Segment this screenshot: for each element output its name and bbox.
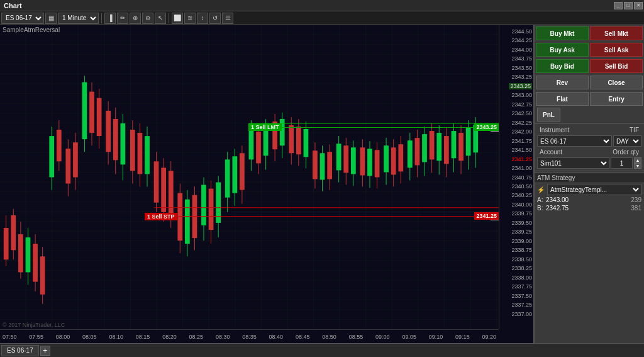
indicator-icon[interactable]: ≋	[184, 13, 196, 24]
buy-sell-row-3: Buy Bid Sell Bid	[535, 58, 644, 74]
time-0910: 09:10	[429, 334, 443, 340]
svg-rect-90	[336, 144, 341, 170]
price-2339-00: 2339.00	[511, 238, 532, 244]
price-2337-25: 2337.25	[511, 302, 532, 308]
separator-2	[169, 13, 169, 23]
qty-up-button[interactable]: ▲	[634, 157, 641, 163]
pnl-button[interactable]: PnL	[537, 108, 560, 122]
order-qty-input[interactable]: 1	[611, 157, 633, 169]
account-select[interactable]: Sim101	[537, 157, 609, 169]
svg-rect-110	[415, 138, 420, 165]
svg-rect-10	[18, 234, 23, 272]
pencil-icon[interactable]: ✏	[117, 13, 128, 24]
svg-rect-52	[185, 200, 190, 244]
zoom-out-icon[interactable]: ⊖	[142, 13, 153, 24]
tif-select[interactable]: DAY	[613, 135, 641, 147]
svg-rect-98	[367, 149, 372, 176]
buy-bid-button[interactable]: Buy Bid	[536, 59, 589, 73]
close-button[interactable]: Close	[590, 76, 643, 89]
time-0840: 08:40	[269, 334, 284, 340]
sell-mkt-button[interactable]: Sell Mkt	[590, 26, 643, 40]
time-0825: 08:25	[189, 334, 204, 340]
sell-bid-button[interactable]: Sell Bid	[590, 59, 643, 73]
sell-stp-price-tag: 2341.25	[474, 212, 499, 220]
bottom-bar: ES 06-17 +	[0, 343, 644, 357]
chart-type-icon[interactable]: ▦	[45, 13, 57, 24]
price-2339-50: 2339.50	[511, 220, 532, 226]
svg-rect-86	[320, 153, 325, 179]
svg-rect-16	[40, 256, 45, 294]
qty-down-button[interactable]: ▼	[634, 163, 641, 169]
sell-lmt-label[interactable]: 1 Sell LMT	[248, 123, 282, 131]
maximize-button[interactable]: □	[624, 2, 633, 9]
sell-stp-label[interactable]: 1 Sell STP	[145, 213, 177, 220]
svg-rect-122	[458, 133, 464, 161]
time-0820: 08:20	[162, 334, 177, 340]
atm-value-a: 2343.00	[546, 196, 569, 203]
instrument-label: Instrument	[537, 126, 572, 134]
flat-button[interactable]: Flat	[536, 92, 589, 106]
time-0900: 09:00	[375, 334, 390, 340]
pnl-row: PnL	[535, 107, 644, 122]
settings-icon[interactable]: ☰	[222, 13, 233, 24]
price-2341-50: 2341.75	[511, 138, 532, 144]
zoom-in-icon[interactable]: ⊕	[130, 13, 141, 24]
account-label: Account	[537, 148, 565, 156]
replay-icon[interactable]: ↺	[209, 13, 221, 24]
buy-mkt-button[interactable]: Buy Mkt	[536, 26, 589, 40]
copyright-text: © 2017 NinjaTrader, LLC	[3, 322, 65, 328]
time-0835: 08:35	[242, 334, 257, 340]
divider-2	[535, 171, 644, 171]
chart-area: SampleAtmReversal	[0, 25, 534, 343]
bar-chart-icon[interactable]: ▐	[104, 13, 116, 24]
sell-lmt-order-line: 1 Sell LMT ✕	[0, 123, 499, 132]
title-bar-left: Chart	[1, 2, 25, 9]
svg-rect-120	[452, 131, 457, 158]
svg-rect-40	[138, 133, 143, 174]
time-0915: 09:15	[455, 334, 470, 340]
sell-ask-button[interactable]: Sell Ask	[590, 43, 643, 57]
strategy-icon[interactable]: ↕	[197, 13, 208, 24]
draw-icon[interactable]: ⬜	[172, 13, 183, 24]
atm-strategy-header: ATM Strategy	[535, 173, 644, 183]
order-qty-label: Order qty	[610, 148, 641, 156]
atm-row-b: B: 2342.75 381	[535, 204, 644, 212]
close-button[interactable]: ✕	[634, 2, 643, 9]
svg-rect-64	[232, 156, 237, 193]
svg-rect-44	[154, 161, 159, 202]
price-2341-00: 2341.00	[511, 165, 532, 171]
entry-button[interactable]: Entry	[590, 92, 643, 106]
cursor-icon[interactable]: ↖	[155, 13, 166, 24]
separator-1	[101, 13, 102, 23]
svg-rect-82	[304, 129, 309, 157]
timeframe-select[interactable]: 1 Minute	[58, 13, 99, 24]
title-bar-title: Chart	[1, 2, 25, 9]
svg-rect-20	[57, 130, 62, 161]
sell-stp-order-line: 1 Sell STP ✕	[0, 212, 499, 220]
atm-row-a: A: 2343.00 239	[535, 196, 644, 204]
chart-tab[interactable]: ES 06-17	[1, 345, 39, 356]
svg-rect-62	[225, 159, 230, 197]
instrument-select[interactable]: ES 06-17	[1, 13, 44, 24]
tif-label: TIF	[627, 126, 641, 134]
price-2341-25-stp: 2341.25	[511, 156, 532, 162]
price-2337-50: 2337.50	[511, 293, 532, 299]
buy-ask-button[interactable]: Buy Ask	[536, 43, 589, 57]
price-2343-00: 2343.25	[509, 83, 532, 89]
rev-button[interactable]: Rev	[536, 76, 589, 89]
instrument-select-row: ES 06-17 DAY	[535, 135, 644, 147]
minimize-button[interactable]: _	[614, 2, 623, 9]
price-2343-50: 2343.50	[511, 65, 532, 71]
add-tab-button[interactable]: +	[40, 346, 50, 356]
svg-rect-8	[11, 215, 16, 250]
time-axis: 07:50 07:55 08:00 08:05 08:10 08:15 08:2…	[0, 329, 499, 343]
svg-rect-68	[249, 128, 254, 159]
svg-rect-88	[327, 152, 332, 179]
svg-rect-112	[422, 134, 427, 162]
time-0815: 08:15	[136, 334, 150, 340]
price-2337-75: 2337.75	[511, 283, 532, 290]
atm-template-select[interactable]: AtmStrategyTempl...	[547, 184, 641, 195]
instrument-panel-select[interactable]: ES 06-17	[537, 135, 612, 147]
svg-rect-70	[256, 132, 261, 163]
price-2338-25: 2338.25	[511, 265, 532, 271]
